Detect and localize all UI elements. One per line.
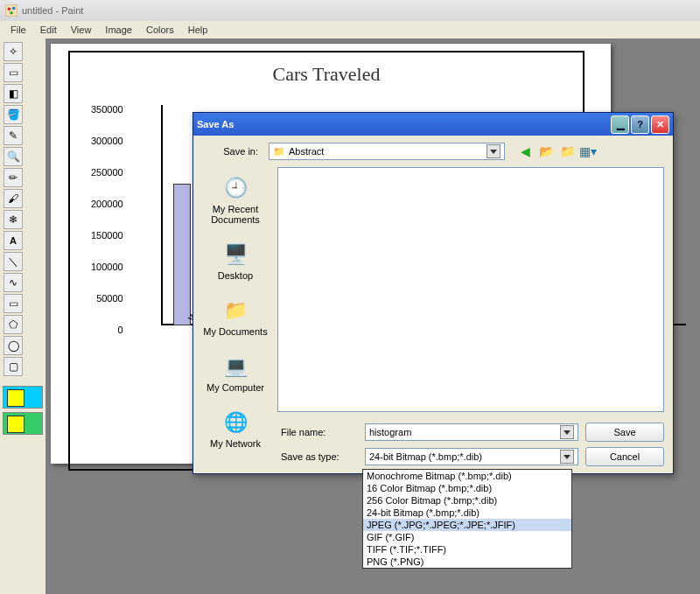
type-option[interactable]: 16 Color Bitmap (*.bmp;*.dib) [363, 482, 571, 494]
type-option[interactable]: GIF (*.GIF) [363, 531, 571, 543]
spray-tool[interactable]: ❄ [4, 210, 23, 229]
fill-tool[interactable]: 🪣 [4, 105, 23, 124]
computer-icon: 💻 [221, 353, 249, 381]
network-icon: 🌐 [221, 409, 249, 437]
svg-rect-0 [5, 4, 18, 17]
window-titlebar: untitled - Paint [0, 0, 700, 21]
place-recent[interactable]: 🕘 My Recent Documents [193, 174, 277, 225]
desktop-icon: 🖥️ [221, 241, 249, 269]
chart-title: Cars Traveled [70, 63, 583, 86]
menu-image[interactable]: Image [98, 23, 139, 37]
svg-point-1 [8, 8, 11, 11]
places-bar: 🕘 My Recent Documents 🖥️ Desktop 📁 My Do… [193, 164, 277, 473]
roundrect-tool[interactable]: ▢ [4, 357, 23, 376]
up-icon[interactable]: 📂 [538, 143, 554, 159]
paint-app-icon [5, 4, 18, 17]
place-mydocs[interactable]: 📁 My Documents [193, 297, 277, 337]
color-selector-2[interactable] [3, 412, 43, 435]
folder-icon: 📁 [273, 146, 285, 157]
close-icon[interactable]: ✕ [651, 115, 669, 134]
window-title: untitled - Paint [22, 5, 83, 16]
type-option[interactable]: 256 Color Bitmap (*.bmp;*.dib) [363, 494, 571, 507]
menu-help[interactable]: Help [181, 23, 215, 37]
free-select-tool[interactable]: ✧ [4, 42, 23, 61]
place-mycomp[interactable]: 💻 My Computer [193, 353, 277, 393]
menu-view[interactable]: View [64, 23, 99, 37]
color-selector[interactable] [3, 386, 43, 409]
save-in-label: Save in: [202, 146, 263, 157]
menu-colors[interactable]: Colors [139, 23, 181, 37]
type-dropdown[interactable]: 24-bit Bitmap (*.bmp;*.dib) [365, 448, 578, 465]
menubar: File Edit View Image Colors Help [0, 21, 700, 38]
ellipse-tool[interactable]: ◯ [4, 336, 23, 355]
svg-point-2 [12, 7, 16, 10]
filename-input[interactable]: histogram [365, 423, 578, 441]
rect-select-tool[interactable]: ▭ [4, 63, 23, 82]
chevron-down-icon[interactable] [560, 425, 574, 439]
type-option[interactable]: JPEG (*.JPG;*.JPEG;*.JPE;*.JFIF) [363, 519, 571, 531]
type-option[interactable]: Monochrome Bitmap (*.bmp;*.dib) [363, 470, 571, 482]
help-icon[interactable]: ? [631, 115, 649, 134]
menu-file[interactable]: File [4, 23, 33, 37]
recent-icon: 🕘 [221, 174, 249, 202]
minimize-icon[interactable]: ▁ [611, 115, 629, 134]
toolbox: ✧ ▭ ◧ 🪣 ✎ 🔍 ✏ 🖌 ❄ A ＼ ∿ ▭ ⬠ ◯ ▢ [0, 38, 46, 594]
type-option[interactable]: TIFF (*.TIF;*.TIFF) [363, 543, 571, 556]
menu-edit[interactable]: Edit [33, 23, 64, 37]
chart-bar-0 [173, 184, 191, 325]
dialog-title: Save As [197, 119, 234, 129]
pencil-tool[interactable]: ✏ [4, 168, 23, 187]
filename-label: File name: [277, 427, 358, 437]
line-tool[interactable]: ＼ [4, 252, 23, 271]
type-dropdown-list: Monochrome Bitmap (*.bmp;*.dib) 16 Color… [362, 469, 572, 569]
dialog-titlebar[interactable]: Save As ▁ ? ✕ [193, 113, 673, 136]
poly-tool[interactable]: ⬠ [4, 315, 23, 334]
curve-tool[interactable]: ∿ [4, 273, 23, 292]
save-button[interactable]: Save [585, 423, 664, 442]
type-option[interactable]: 24-bit Bitmap (*.bmp;*.dib) [363, 507, 571, 519]
dialog-toolbar: Save in: 📁 Abstract ◀ 📂 📁 ▦▾ [193, 136, 673, 164]
place-desktop[interactable]: 🖥️ Desktop [193, 241, 277, 281]
folder-icon: 📁 [221, 297, 249, 325]
chevron-down-icon[interactable] [560, 450, 574, 464]
rect-tool[interactable]: ▭ [4, 294, 23, 313]
save-as-dialog: Save As ▁ ? ✕ Save in: 📁 Abstract ◀ 📂 📁 … [192, 112, 674, 474]
zoom-tool[interactable]: 🔍 [4, 147, 23, 166]
eraser-tool[interactable]: ◧ [4, 84, 23, 103]
file-list[interactable] [277, 167, 664, 412]
text-tool[interactable]: A [4, 231, 23, 250]
views-icon[interactable]: ▦▾ [580, 143, 596, 159]
back-icon[interactable]: ◀ [517, 143, 533, 159]
brush-tool[interactable]: 🖌 [4, 189, 23, 208]
new-folder-icon[interactable]: 📁 [559, 143, 575, 159]
cancel-button[interactable]: Cancel [585, 447, 664, 466]
svg-point-3 [10, 11, 13, 15]
type-option[interactable]: PNG (*.PNG) [363, 556, 571, 568]
chevron-down-icon[interactable] [486, 144, 500, 158]
save-in-dropdown[interactable]: 📁 Abstract [269, 143, 505, 160]
picker-tool[interactable]: ✎ [4, 126, 23, 145]
type-label: Save as type: [277, 451, 358, 462]
chart-y-axis: 350000 300000 250000 200000 150000 10000… [91, 105, 123, 357]
place-mynet[interactable]: 🌐 My Network [193, 409, 277, 449]
